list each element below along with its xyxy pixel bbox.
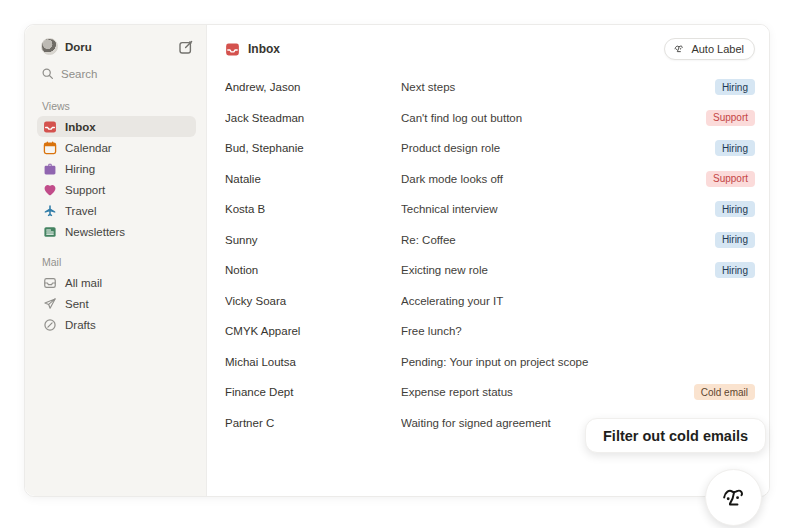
- ai-face-icon: [673, 43, 685, 55]
- email-subject: Pending: Your input on project scope: [401, 356, 755, 368]
- sidebar-item-all-mail[interactable]: All mail: [37, 272, 196, 293]
- plane-icon: [43, 204, 57, 218]
- sidebar-item-drafts[interactable]: Drafts: [37, 314, 196, 335]
- sidebar: Doru Search ViewsInboxCalendarHiringSupp…: [25, 25, 207, 496]
- email-subject: Can't find log out button: [401, 112, 706, 124]
- section-label: Mail: [42, 256, 196, 268]
- sidebar-item-support[interactable]: Support: [37, 179, 196, 200]
- label-badge-support: Support: [706, 171, 755, 187]
- sidebar-item-label: Calendar: [65, 142, 112, 154]
- sidebar-item-hiring[interactable]: Hiring: [37, 158, 196, 179]
- email-sender: Vicky Soara: [225, 295, 401, 307]
- section-label: Views: [42, 100, 196, 112]
- email-sender: Michai Loutsa: [225, 356, 401, 368]
- email-row[interactable]: NatalieDark mode looks offSupport: [207, 164, 769, 195]
- heart-icon: [43, 183, 57, 197]
- user-name: Doru: [65, 41, 171, 53]
- label-badge-hiring: Hiring: [715, 140, 755, 156]
- send-icon: [43, 297, 57, 311]
- email-sender: Andrew, Jason: [225, 81, 401, 93]
- email-sender: Sunny: [225, 234, 401, 246]
- sidebar-item-travel[interactable]: Travel: [37, 200, 196, 221]
- sidebar-item-label: All mail: [65, 277, 102, 289]
- sidebar-sections: ViewsInboxCalendarHiringSupportTravelNew…: [37, 100, 196, 335]
- email-sender: CMYK Apparel: [225, 325, 401, 337]
- calendar-icon: [43, 141, 57, 155]
- sidebar-item-label: Travel: [65, 205, 97, 217]
- briefcase-icon: [43, 162, 57, 176]
- email-row[interactable]: Bud, StephanieProduct design roleHiring: [207, 133, 769, 164]
- label-badge-hiring: Hiring: [715, 262, 755, 278]
- email-sender: Finance Dept: [225, 386, 401, 398]
- label-badge-cold-email: Cold email: [694, 384, 755, 400]
- inbox-header: Inbox Auto Label: [207, 25, 769, 70]
- email-row[interactable]: Jack SteadmanCan't find log out buttonSu…: [207, 103, 769, 134]
- label-badge-hiring: Hiring: [715, 201, 755, 217]
- email-row[interactable]: NotionExicting new roleHiring: [207, 255, 769, 286]
- user-row[interactable]: Doru: [37, 36, 196, 57]
- email-subject: Accelerating your IT: [401, 295, 755, 307]
- email-subject: Exicting new role: [401, 264, 715, 276]
- email-row[interactable]: Finance DeptExpense report statusCold em…: [207, 377, 769, 408]
- sidebar-item-newsletters[interactable]: Newsletters: [37, 221, 196, 242]
- email-row[interactable]: Kosta BTechnical interviewHiring: [207, 194, 769, 225]
- email-subject: Next steps: [401, 81, 715, 93]
- sidebar-item-label: Hiring: [65, 163, 95, 175]
- search-input[interactable]: Search: [37, 61, 196, 86]
- sidebar-item-label: Newsletters: [65, 226, 125, 238]
- archive-icon: [43, 276, 57, 290]
- sidebar-item-inbox[interactable]: Inbox: [37, 116, 196, 137]
- page-title: Inbox: [248, 42, 656, 56]
- ai-assistant-button[interactable]: [705, 469, 762, 526]
- search-placeholder: Search: [61, 68, 97, 80]
- pencil-circle-icon: [43, 318, 57, 332]
- email-row[interactable]: Michai LoutsaPending: Your input on proj…: [207, 347, 769, 378]
- email-subject: Expense report status: [401, 386, 694, 398]
- sidebar-item-label: Support: [65, 184, 105, 196]
- email-sender: Natalie: [225, 173, 401, 185]
- sidebar-item-label: Drafts: [65, 319, 96, 331]
- avatar[interactable]: [41, 38, 58, 55]
- email-sender: Kosta B: [225, 203, 401, 215]
- email-sender: Partner C: [225, 417, 401, 429]
- email-row[interactable]: Andrew, JasonNext stepsHiring: [207, 72, 769, 103]
- sidebar-item-calendar[interactable]: Calendar: [37, 137, 196, 158]
- email-row[interactable]: SunnyRe: CoffeeHiring: [207, 225, 769, 256]
- auto-label-label: Auto Label: [691, 43, 744, 55]
- email-row[interactable]: CMYK ApparelFree lunch?: [207, 316, 769, 347]
- auto-label-button[interactable]: Auto Label: [664, 38, 755, 60]
- email-sender: Notion: [225, 264, 401, 276]
- ai-face-icon: [719, 483, 749, 513]
- email-subject: Technical interview: [401, 203, 715, 215]
- email-subject: Dark mode looks off: [401, 173, 706, 185]
- compose-icon[interactable]: [178, 39, 194, 55]
- email-subject: Free lunch?: [401, 325, 755, 337]
- label-badge-hiring: Hiring: [715, 79, 755, 95]
- sidebar-item-label: Inbox: [65, 121, 96, 133]
- inbox-icon: [43, 120, 57, 134]
- label-badge-support: Support: [706, 110, 755, 126]
- email-subject: Re: Coffee: [401, 234, 715, 246]
- email-list: Andrew, JasonNext stepsHiringJack Steadm…: [207, 72, 769, 438]
- app-window: Doru Search ViewsInboxCalendarHiringSupp…: [0, 0, 800, 528]
- sidebar-item-sent[interactable]: Sent: [37, 293, 196, 314]
- sidebar-item-label: Sent: [65, 298, 89, 310]
- newspaper-icon: [43, 225, 57, 239]
- email-sender: Jack Steadman: [225, 112, 401, 124]
- search-icon: [41, 67, 54, 80]
- filter-cold-emails-tooltip[interactable]: Filter out cold emails: [585, 418, 766, 453]
- inbox-icon: [225, 42, 240, 57]
- email-subject: Product design role: [401, 142, 715, 154]
- email-row[interactable]: Vicky SoaraAccelerating your IT: [207, 286, 769, 317]
- label-badge-hiring: Hiring: [715, 232, 755, 248]
- email-sender: Bud, Stephanie: [225, 142, 401, 154]
